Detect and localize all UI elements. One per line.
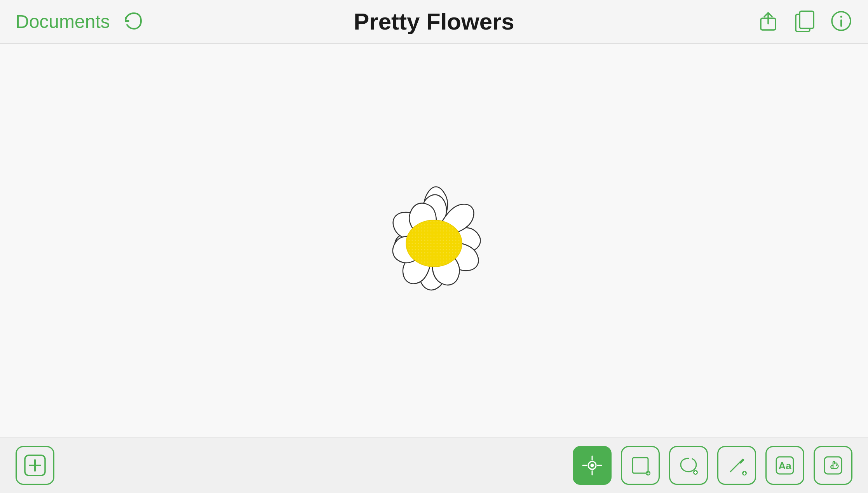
rectangle-select-button[interactable] [621,446,660,485]
svg-rect-19 [633,458,648,473]
svg-line-26 [730,462,740,472]
svg-point-5 [840,16,842,18]
duplicate-button[interactable] [793,10,816,33]
header: Documents Pretty Flowers [0,0,868,44]
text-tool-button[interactable]: Aa [765,446,804,485]
pen-tool-button[interactable] [717,446,756,485]
info-button[interactable] [830,10,852,33]
toolbar-left [16,446,54,485]
documents-link[interactable]: Documents [16,11,110,32]
svg-rect-2 [800,11,814,28]
lasso-select-button[interactable] [669,446,708,485]
bottom-toolbar: Aa [0,437,868,493]
share-button[interactable] [757,10,779,33]
select-tool-button[interactable] [573,446,612,485]
svg-text:Aa: Aa [778,460,791,472]
canvas-area[interactable] [0,44,868,437]
header-right [757,10,852,33]
add-button[interactable] [16,446,54,485]
finger-tool-button[interactable] [814,446,852,485]
page-title: Pretty Flowers [354,8,514,35]
toolbar-right: Aa [573,446,852,485]
header-left: Documents [16,11,142,32]
svg-point-18 [591,464,593,467]
undo-button[interactable] [122,11,142,32]
flower-drawing [333,139,535,341]
